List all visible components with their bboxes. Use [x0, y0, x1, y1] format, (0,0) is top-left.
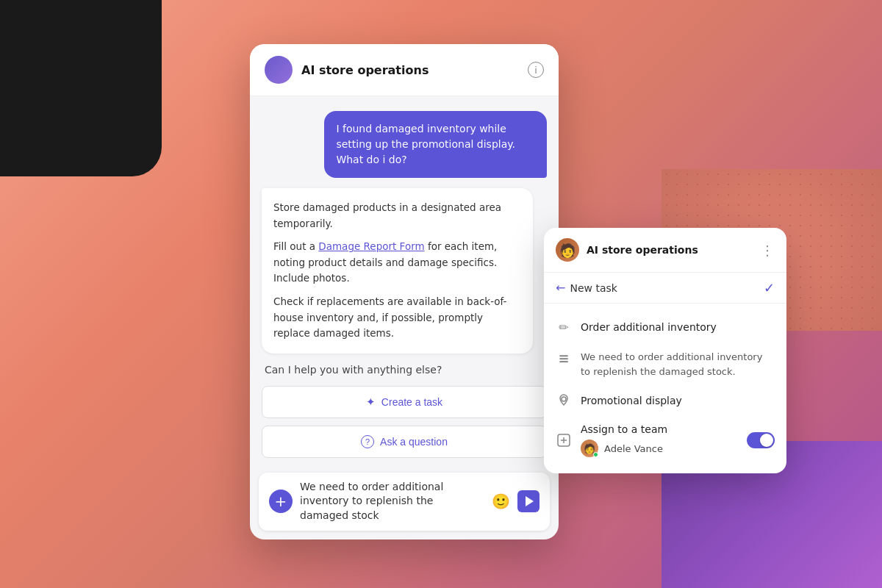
damage-report-link[interactable]: Damage Report Form — [318, 240, 424, 252]
chat-input-area: + We need to order additional inventory … — [259, 473, 550, 531]
assign-icon — [556, 434, 572, 447]
task-title-value[interactable]: Order additional inventory — [581, 320, 775, 335]
new-task-label: New task — [570, 282, 617, 294]
message-input[interactable]: We need to order additional inventory to… — [300, 480, 484, 523]
message-bot: Store damaged products in a designated a… — [262, 188, 533, 354]
location-icon — [556, 394, 572, 406]
task-menu-button[interactable]: ⋮ — [761, 243, 775, 258]
chat-body: I found damaged inventory while setting … — [250, 96, 559, 473]
task-assign-content: Assign to a team 🧑 Adele Vance — [581, 423, 738, 457]
ask-question-label: Ask a question — [380, 436, 448, 448]
send-icon — [526, 496, 534, 506]
task-description-value[interactable]: We need to order additional inventory to… — [581, 350, 775, 379]
task-avatar: 🧑 — [556, 238, 579, 262]
bg-blob-top-left — [0, 0, 162, 176]
task-panel-header: 🧑 AI store operations ⋮ — [544, 228, 786, 273]
task-location-value[interactable]: Promotional display — [581, 393, 775, 409]
pencil-icon: ✏️ — [556, 320, 572, 334]
task-nav: ← New task ✓ — [544, 273, 786, 304]
back-button[interactable]: ← New task — [556, 281, 764, 295]
svg-point-0 — [562, 397, 566, 401]
task-field-description: ≡ We need to order additional inventory … — [544, 343, 786, 386]
task-panel: 🧑 AI store operations ⋮ ← New task ✓ ✏️ … — [544, 228, 786, 473]
task-fields: ✏️ Order additional inventory ≡ We need … — [544, 304, 786, 473]
emoji-button[interactable]: 🙂 — [492, 492, 510, 510]
task-field-title: ✏️ Order additional inventory — [544, 312, 786, 343]
task-field-location: Promotional display — [544, 386, 786, 416]
action-buttons: ✦ Create a task ? Ask a question — [262, 386, 547, 458]
ask-question-button[interactable]: ? Ask a question — [262, 426, 547, 458]
send-button[interactable] — [517, 490, 539, 512]
online-dot — [593, 452, 598, 457]
assign-label: Assign to a team — [581, 423, 738, 435]
info-icon[interactable]: i — [528, 62, 544, 78]
add-attachment-button[interactable]: + — [269, 490, 293, 513]
assigned-user-chip: 🧑 Adele Vance — [581, 440, 738, 457]
assign-toggle-container — [747, 432, 775, 448]
assign-toggle[interactable] — [747, 432, 775, 448]
create-task-icon: ✦ — [366, 395, 376, 409]
avatar — [265, 56, 293, 84]
chat-panel: AI store operations i I found damaged in… — [250, 44, 559, 539]
user-name: Adele Vance — [604, 443, 663, 454]
message-user: I found damaged inventory while setting … — [324, 111, 547, 178]
chat-header: AI store operations i — [250, 44, 559, 96]
user-avatar: 🧑 — [581, 440, 598, 457]
bot-para-2: Fill out a Damage Report Form for each i… — [273, 239, 521, 287]
bot-para-1: Store damaged products in a designated a… — [273, 200, 521, 232]
bot-para-3: Check if replacements are available in b… — [273, 294, 521, 342]
create-task-button[interactable]: ✦ Create a task — [262, 386, 547, 418]
create-task-label: Create a task — [381, 396, 442, 408]
help-question: Can I help you with anything else? — [262, 364, 547, 376]
ask-question-icon: ? — [361, 435, 374, 448]
toggle-knob — [760, 434, 773, 447]
description-icon: ≡ — [556, 351, 572, 366]
chat-title: AI store operations — [301, 63, 519, 77]
task-panel-title: AI store operations — [587, 244, 753, 256]
back-arrow-icon: ← — [556, 281, 565, 295]
confirm-button[interactable]: ✓ — [764, 280, 775, 295]
task-assign-row: Assign to a team 🧑 Adele Vance — [544, 416, 786, 465]
